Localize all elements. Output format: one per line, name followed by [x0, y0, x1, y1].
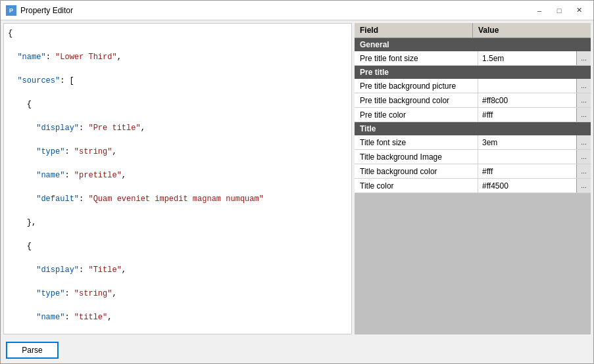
- field-edit-button[interactable]: ...: [576, 135, 591, 149]
- table-row: Title background color#fff...: [355, 164, 591, 179]
- section-header: General: [355, 38, 591, 51]
- value-cell: ...: [478, 79, 591, 93]
- field-edit-button[interactable]: ...: [576, 79, 591, 93]
- table-row: Title background Image...: [355, 150, 591, 164]
- json-line: "name": "pretitle",: [8, 170, 347, 181]
- field-header: Field: [355, 23, 473, 37]
- field-value: 3em: [478, 135, 576, 149]
- field-label: Title color: [355, 179, 478, 193]
- table-row: Title color#ff4500...: [355, 179, 591, 193]
- field-value: [478, 79, 576, 93]
- main-window: P Property Editor – □ ✕ { "name": "Lower…: [0, 0, 594, 364]
- field-edit-button[interactable]: ...: [576, 179, 591, 193]
- table-row: Pre title background picture...: [355, 79, 591, 93]
- field-value: 1.5em: [478, 51, 576, 65]
- value-cell: #ff4500...: [478, 179, 591, 193]
- json-line: "display": "Title",: [8, 264, 347, 276]
- field-value: #ff4500: [478, 179, 576, 193]
- json-line: "sources": [: [8, 75, 347, 87]
- json-line: "default": "Quam eveniet impedit magnam …: [8, 193, 347, 205]
- json-line: "type": "string",: [8, 288, 347, 300]
- field-value: #fff: [478, 164, 576, 178]
- field-edit-button[interactable]: ...: [576, 150, 591, 164]
- bottom-bar: Parse: [1, 337, 593, 363]
- value-cell: #fff...: [478, 108, 591, 122]
- json-line: "type": "string",: [8, 146, 347, 158]
- field-label: Pre title background picture: [355, 79, 478, 93]
- table-row: Pre title background color#ff8c00...: [355, 93, 591, 108]
- json-line: {: [8, 28, 347, 39]
- value-cell: ...: [478, 150, 591, 164]
- field-label: Pre title background color: [355, 93, 478, 107]
- minimize-button[interactable]: –: [530, 4, 549, 17]
- value-cell: 1.5em...: [478, 51, 591, 65]
- field-label: Title background color: [355, 164, 478, 178]
- field-value: #ff8c00: [478, 93, 576, 107]
- value-header: Value: [473, 23, 591, 37]
- value-cell: #ff8c00...: [478, 93, 591, 107]
- json-editor[interactable]: { "name": "Lower Third", "sources": [ { …: [3, 23, 352, 334]
- value-cell: #fff...: [478, 164, 591, 178]
- value-cell: 3em...: [478, 135, 591, 149]
- property-sections: GeneralPre title font size1.5em...Pre ti…: [355, 38, 591, 193]
- title-bar: P Property Editor – □ ✕: [1, 1, 593, 20]
- field-value: [478, 150, 576, 164]
- field-label: Title font size: [355, 135, 478, 149]
- field-edit-button[interactable]: ...: [576, 51, 591, 65]
- field-edit-button[interactable]: ...: [576, 93, 591, 107]
- json-line: "name": "title",: [8, 311, 347, 323]
- content-area: { "name": "Lower Third", "sources": [ { …: [1, 20, 593, 337]
- json-line: "display": "Pre title",: [8, 122, 347, 134]
- field-edit-button[interactable]: ...: [576, 108, 591, 122]
- table-header: Field Value: [355, 23, 591, 38]
- field-label: Pre title font size: [355, 51, 478, 65]
- close-button[interactable]: ✕: [570, 4, 588, 17]
- field-edit-button[interactable]: ...: [576, 164, 591, 178]
- window-controls: – □ ✕: [530, 4, 588, 17]
- property-panel: Field Value GeneralPre title font size1.…: [355, 23, 591, 334]
- table-row: Title font size3em...: [355, 135, 591, 150]
- section-header: Pre title: [355, 66, 591, 79]
- maximize-button[interactable]: □: [550, 4, 568, 17]
- field-label: Pre title color: [355, 108, 478, 122]
- window-title: Property Editor: [20, 6, 530, 15]
- table-row: Pre title font size1.5em...: [355, 51, 591, 66]
- app-icon: P: [6, 5, 16, 16]
- table-row: Pre title color#fff...: [355, 108, 591, 122]
- parse-button[interactable]: Parse: [6, 342, 59, 359]
- json-line: {: [8, 99, 347, 110]
- json-line: },: [8, 217, 347, 229]
- json-line: "name": "Lower Third",: [8, 51, 347, 63]
- section-header: Title: [355, 122, 591, 135]
- json-line: {: [8, 240, 347, 252]
- field-label: Title background Image: [355, 150, 478, 164]
- field-value: #fff: [478, 108, 576, 122]
